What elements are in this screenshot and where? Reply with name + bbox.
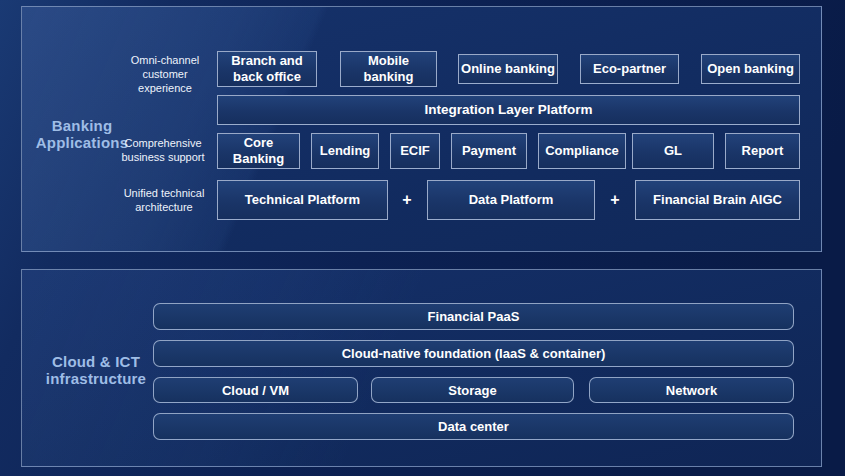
box-compliance: Compliance bbox=[538, 133, 626, 169]
row-label-business-support: Comprehensive business support bbox=[114, 136, 212, 164]
cloud-ict-panel: Cloud & ICT infrastructure Financial Paa… bbox=[21, 269, 822, 467]
box-lending: Lending bbox=[311, 133, 379, 169]
box-technical-platform: Technical Platform bbox=[217, 180, 388, 220]
cloud-ict-title: Cloud & ICT infrastructure bbox=[22, 354, 170, 387]
banking-applications-panel: Banking Applications Omni-channel custom… bbox=[21, 6, 822, 252]
box-online-banking: Online banking bbox=[458, 54, 558, 84]
box-ecif: ECIF bbox=[390, 133, 440, 169]
box-report: Report bbox=[725, 133, 800, 169]
box-gl: GL bbox=[632, 133, 714, 169]
plus-icon: + bbox=[604, 180, 626, 220]
row-label-unified-architecture: Unified technical architecture bbox=[118, 186, 210, 214]
architecture-diagram: Banking Applications Omni-channel custom… bbox=[0, 0, 845, 476]
box-data-center: Data center bbox=[153, 413, 794, 440]
box-mobile-banking: Mobile banking bbox=[340, 51, 437, 87]
box-core-banking: Core Banking bbox=[217, 133, 300, 169]
row-label-omni-channel: Omni-channel customer experience bbox=[120, 53, 210, 95]
box-cloud-vm: Cloud / VM bbox=[153, 377, 358, 403]
box-integration-layer-platform: Integration Layer Platform bbox=[217, 95, 800, 125]
plus-icon: + bbox=[396, 180, 418, 220]
box-financial-paas: Financial PaaS bbox=[153, 303, 794, 330]
box-data-platform: Data Platform bbox=[427, 180, 595, 220]
box-cloud-native-foundation: Cloud-native foundation (IaaS & containe… bbox=[153, 340, 794, 367]
box-financial-brain-aigc: Financial Brain AIGC bbox=[635, 180, 800, 220]
box-eco-partner: Eco-partner bbox=[580, 54, 679, 84]
box-branch-back-office: Branch and back office bbox=[217, 51, 317, 87]
box-payment: Payment bbox=[451, 133, 527, 169]
box-network: Network bbox=[589, 377, 794, 403]
box-open-banking: Open banking bbox=[701, 54, 800, 84]
box-storage: Storage bbox=[371, 377, 574, 403]
